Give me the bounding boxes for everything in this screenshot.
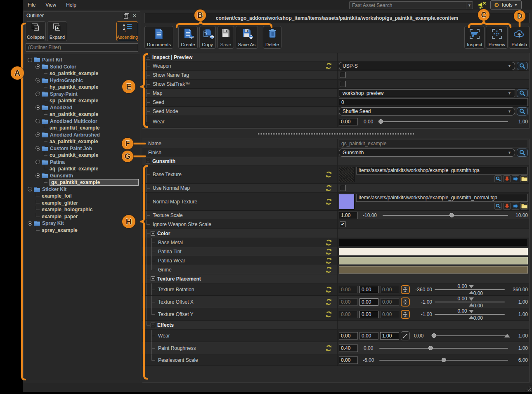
tree-leaf-label[interactable]: am_paintkit_example	[50, 125, 99, 131]
outliner-filter[interactable]	[26, 43, 138, 52]
tree-item-spray-paint[interactable]: Spray-Paint	[24, 91, 140, 98]
map-search-button[interactable]	[517, 89, 528, 97]
copy-button[interactable]: Copy	[199, 26, 216, 49]
close-panel-icon[interactable]: ✕	[132, 13, 137, 19]
tree-collapse-toggle-icon[interactable]	[35, 64, 40, 69]
delete-button[interactable]: Delete	[263, 26, 281, 49]
texture-search-button[interactable]	[494, 203, 502, 210]
texture-scale-slider[interactable]	[382, 211, 509, 219]
tree-item-am-paintkit-example[interactable]: am_paintkit_example	[24, 125, 140, 132]
range-max-marker[interactable]	[469, 310, 474, 313]
menu-file[interactable]: File	[23, 0, 40, 9]
normal-map-thumbnail[interactable]	[339, 194, 355, 210]
tree-folder-label[interactable]: HydroGraphic	[50, 78, 83, 83]
range-mode-button[interactable]	[401, 310, 410, 319]
tree-item-anodized-airbrushed[interactable]: Anodized Airbrushed	[24, 132, 140, 139]
tree-item-anodized[interactable]: Anodized	[24, 104, 140, 111]
refresh-icon[interactable]	[325, 62, 332, 69]
weapon-select[interactable]: USP-S▼	[339, 62, 515, 70]
texture-export-button[interactable]	[512, 175, 519, 182]
refresh-icon[interactable]	[325, 298, 332, 305]
name-input[interactable]	[339, 139, 528, 147]
base-texture-path-input[interactable]	[356, 167, 528, 175]
tree-item-anodized-multicolor[interactable]: Anodized Multicolor	[24, 118, 140, 125]
resize-grip[interactable]	[525, 385, 531, 391]
offset-y-max-input[interactable]	[380, 311, 399, 318]
tree-folder-label[interactable]: Paint Kit	[42, 57, 62, 63]
tree-item-spray-example[interactable]: spray_example	[24, 227, 140, 234]
refresh-icon[interactable]	[325, 184, 332, 191]
panel-splitter[interactable]	[142, 130, 530, 138]
refresh-icon[interactable]	[325, 286, 332, 293]
tree-collapse-toggle-icon[interactable]	[35, 105, 40, 110]
refresh-icon[interactable]	[325, 239, 332, 246]
tree-collapse-toggle-icon[interactable]	[28, 187, 32, 191]
tree-leaf-label[interactable]: gs_paintkit_example	[50, 179, 139, 186]
tree-leaf-label[interactable]: example_holographic	[42, 207, 92, 212]
tree-leaf-label[interactable]: aa_paintkit_example	[50, 139, 98, 144]
use-normal-map-checkbox[interactable]	[340, 185, 346, 191]
tree-collapse-toggle-icon[interactable]	[28, 58, 32, 62]
tree-collapse-toggle-icon[interactable]	[35, 160, 40, 164]
rotation-range-slider[interactable]: 0.00 0.00	[434, 284, 506, 295]
tree-item-solid-color[interactable]: Solid Color	[24, 64, 140, 71]
offset-y-value-input[interactable]	[359, 311, 378, 318]
refresh-icon[interactable]	[325, 311, 332, 318]
effects-wear-slider-handle[interactable]	[432, 333, 436, 338]
refresh-icon[interactable]	[325, 198, 332, 205]
range-mode-button[interactable]	[401, 297, 410, 307]
texture-placement-header[interactable]: Texture Placement	[142, 274, 529, 283]
tree-item-paint-kit[interactable]: Paint Kit	[24, 57, 140, 64]
tree-folder-label[interactable]: Anodized Airbrushed	[50, 132, 100, 138]
seed-mode-search-button[interactable]	[517, 107, 528, 116]
tree-leaf-label[interactable]: spray_example	[42, 227, 78, 233]
texture-import-button[interactable]	[503, 175, 511, 182]
save-as-button[interactable]: Save As	[236, 26, 258, 49]
finish-search-button[interactable]	[517, 149, 528, 157]
collapse-button[interactable]: − Collapse	[26, 21, 46, 41]
tree-folder-label[interactable]: Anodized	[50, 105, 72, 111]
menu-view[interactable]: View	[40, 0, 61, 9]
tree-item-gunsmith[interactable]: Gunsmith	[24, 172, 140, 179]
seed-input[interactable]	[339, 98, 528, 106]
tree-collapse-toggle-icon[interactable]	[35, 132, 40, 137]
tree-collapse-toggle-icon[interactable]	[35, 146, 40, 151]
inspect-button[interactable]: Inspect	[464, 26, 485, 49]
wear-slider-handle[interactable]	[378, 119, 383, 124]
grime-color-swatch[interactable]	[339, 266, 528, 274]
pearlescent-scale-slider[interactable]	[378, 356, 509, 364]
publish-button[interactable]: Publish	[509, 26, 530, 49]
tree-leaf-label[interactable]: example_glitter	[42, 200, 78, 206]
pearlescent-scale-input[interactable]	[339, 356, 358, 364]
texture-search-button[interactable]	[494, 175, 502, 182]
tree-item-so-paintkit-example[interactable]: so_paintkit_example	[24, 70, 140, 77]
patina-tint-color-swatch[interactable]	[339, 248, 528, 255]
tree-folder-label[interactable]: Anodized Multicolor	[50, 118, 97, 124]
collapse-section-icon[interactable]	[151, 231, 155, 236]
weapon-search-button[interactable]	[517, 62, 528, 70]
patina-wear-color-swatch[interactable]	[339, 257, 528, 264]
tree-item-sticker-kit[interactable]: Sticker Kit	[24, 186, 140, 193]
offset-x-value-input[interactable]	[359, 298, 378, 306]
texture-scale-input[interactable]	[339, 212, 358, 219]
float-panel-icon[interactable]	[123, 13, 129, 19]
tree-leaf-label[interactable]: so_paintkit_example	[50, 71, 98, 76]
offset-x-range-slider[interactable]: 0.00 0.00	[434, 296, 506, 308]
ignore-weapon-size-scale-checkbox[interactable]: ✔	[340, 221, 346, 227]
effects-wear-value-input[interactable]	[359, 332, 378, 340]
collapse-section-icon[interactable]	[151, 276, 155, 281]
refresh-icon[interactable]	[325, 248, 332, 255]
tree-collapse-toggle-icon[interactable]	[35, 119, 40, 123]
texture-browse-button[interactable]	[520, 175, 528, 182]
collapse-section-icon[interactable]	[151, 323, 155, 327]
rotation-max-input[interactable]	[380, 286, 399, 293]
offset-x-min-input[interactable]	[339, 298, 358, 306]
collapse-section-icon[interactable]	[146, 55, 150, 59]
documents-button[interactable]: Documents	[144, 26, 173, 49]
refresh-icon[interactable]	[325, 171, 332, 178]
tree-folder-label[interactable]: Spray Kit	[42, 220, 64, 226]
refresh-icon[interactable]	[325, 344, 332, 352]
offset-x-max-input[interactable]	[380, 298, 399, 306]
tree-leaf-label[interactable]: cu_paintkit_example	[50, 152, 98, 158]
show-stattrak-checkbox[interactable]	[340, 81, 346, 87]
